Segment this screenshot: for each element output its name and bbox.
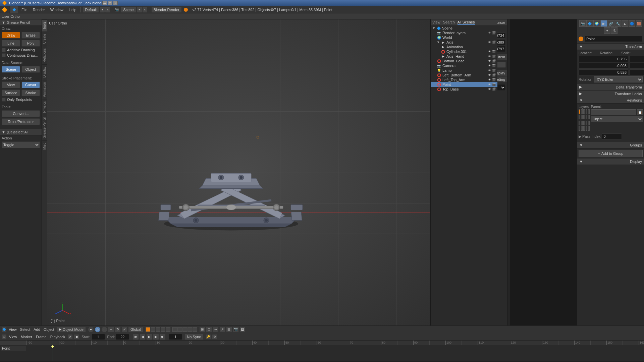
stroke-button[interactable]: Stroke (21, 89, 40, 96)
layer-20[interactable] (588, 126, 590, 131)
layer-4[interactable] (586, 109, 587, 114)
vtab-tools[interactable]: Tools (42, 19, 47, 32)
layer-6[interactable] (579, 115, 580, 119)
outliner-animation[interactable]: ▶ Animation (431, 45, 497, 49)
additive-checkbox[interactable] (2, 48, 6, 52)
layer-btn-6[interactable] (172, 327, 177, 332)
vtab-create[interactable]: Create (42, 32, 47, 46)
menu-file[interactable]: File (19, 6, 30, 13)
texture-mode-btn[interactable]: ○ (101, 326, 107, 333)
timeline-content[interactable]: -30-20-100102030405060708090100110120130… (0, 341, 644, 361)
prop-particle-icon[interactable]: ✦ (604, 27, 610, 34)
layer-1[interactable] (579, 109, 580, 114)
layer-btn-4[interactable] (161, 327, 165, 332)
outliner-axis-hand[interactable]: ▶ Axis_Hand 👁 🎬 (431, 54, 497, 59)
groups-panel-header[interactable]: ▼ Groups (577, 142, 644, 148)
layer-17[interactable] (581, 126, 583, 131)
current-frame-input[interactable] (169, 334, 182, 340)
layer-9[interactable] (586, 115, 587, 119)
global-selector[interactable]: Global (128, 326, 144, 333)
layer-7[interactable] (581, 115, 583, 119)
jump-end-btn[interactable]: ⏭ (160, 334, 166, 340)
prop-texture-icon[interactable]: 🟫 (636, 20, 642, 27)
menu-window[interactable]: Window (48, 6, 66, 13)
vtab-grease-pencil[interactable]: Grease Pencil (42, 115, 47, 140)
delta-transform-header[interactable]: ▶ Delta Transform (577, 84, 644, 90)
rotation-mode-select[interactable]: XYZ Euler (594, 76, 643, 82)
toolbar-view-btn[interactable]: View (7, 327, 18, 331)
menu-render[interactable]: Render (30, 6, 48, 13)
layer-btn-10[interactable] (193, 327, 197, 332)
outliner-camera[interactable]: 📷 Camera 👁 🎬 (431, 63, 497, 68)
prop-physics-icon[interactable]: ⚗ (611, 27, 618, 34)
end-frame-input[interactable] (116, 334, 129, 340)
close-button[interactable]: ✕ (113, 1, 118, 5)
layer-15[interactable] (588, 121, 590, 125)
sync-selector[interactable]: No Sync (184, 334, 203, 340)
layer-btn-2[interactable] (151, 327, 155, 332)
scene-add-btn[interactable]: + (137, 7, 142, 13)
layout-selector[interactable]: Default (83, 7, 99, 13)
prop-modifiers-icon[interactable]: 🔧 (614, 20, 621, 27)
orient-btn[interactable]: ↗ (219, 326, 225, 333)
vtab-relations[interactable]: Relations (42, 46, 47, 64)
outliner-left-top-arm[interactable]: ⭕ Left_Top_Arm 👁 🎬 (431, 77, 497, 82)
render-btn[interactable]: 🖼 (239, 326, 246, 333)
mirror-btn[interactable]: ⇔ (213, 326, 219, 333)
tl-view-btn[interactable]: View (8, 335, 18, 339)
start-frame-input[interactable] (92, 334, 105, 340)
prop-data-icon[interactable]: ▲ (622, 20, 628, 27)
outliner-lamp[interactable]: 💡 Lamp 👁 🎬 (431, 68, 497, 73)
loc-x-input[interactable] (579, 56, 628, 62)
prev-frame-btn[interactable]: ◀ (140, 334, 146, 340)
camera-view-btn[interactable]: 📷 (233, 326, 239, 333)
layer-btn-1[interactable] (146, 327, 150, 332)
layer-18[interactable] (583, 126, 585, 131)
transform-panel-header[interactable]: ▼ Transform (577, 44, 644, 50)
layer-5[interactable] (588, 109, 590, 114)
rotate-btn[interactable]: ↻ (115, 326, 121, 333)
blender-logo[interactable]: 🔶 (0, 6, 9, 13)
wire-mode-btn[interactable]: ◎ (95, 326, 101, 333)
solid-mode-btn[interactable]: ● (88, 326, 94, 333)
layer-3[interactable] (583, 109, 585, 114)
tl-frame-btn[interactable]: Frame (35, 335, 48, 339)
outliner-point[interactable]: ⭕ Point 👁 🎬 (431, 82, 497, 87)
layer-11[interactable] (579, 121, 580, 125)
menu-help[interactable]: Help (66, 6, 79, 13)
tl-playback-btn[interactable]: Playback (49, 335, 67, 339)
layer-2[interactable] (581, 109, 583, 114)
play-btn[interactable]: ▶ (146, 334, 152, 340)
loc-y-input[interactable] (579, 63, 628, 69)
vtab-display[interactable]: Display (42, 64, 47, 80)
add-to-group-button[interactable]: + Add to Group (579, 150, 643, 157)
layer-10[interactable] (588, 115, 590, 119)
poly-button[interactable]: Poly (21, 40, 40, 47)
layer-8[interactable] (583, 115, 585, 119)
vtab-animation[interactable]: Animation (42, 80, 47, 99)
layer-btn-9[interactable] (187, 327, 192, 332)
tl-marker-btn[interactable]: Marker (19, 335, 34, 339)
tl-keying-icon[interactable]: 🔑 (206, 334, 211, 340)
layer-btn-3[interactable] (156, 327, 160, 332)
convert-button[interactable]: Convert... (2, 110, 40, 117)
layout-add-btn[interactable]: + (100, 7, 105, 13)
draw-button[interactable]: Draw (2, 32, 20, 39)
prop-constraints-icon[interactable]: 🔗 (607, 20, 614, 27)
proportional-btn[interactable]: ⊙ (206, 326, 212, 333)
layer-btn-7[interactable] (177, 327, 182, 332)
display-obj-header[interactable]: ▼ Display (577, 159, 644, 165)
scene-button[interactable]: Scene (2, 66, 20, 73)
relations-panel-header[interactable]: ▼ Relations (577, 97, 644, 104)
object-name-input[interactable] (585, 36, 643, 42)
outliner-tab-search[interactable]: Search (443, 20, 455, 25)
layer-19[interactable] (586, 126, 587, 131)
prop-material-icon[interactable]: 🔵 (629, 20, 635, 27)
rot-x-input[interactable] (629, 56, 644, 62)
viewport[interactable]: X Z Y User Ortho (1) Point (47, 19, 435, 325)
outliner-tab-view[interactable]: View (432, 20, 440, 25)
line-button[interactable]: Line (2, 40, 20, 47)
layer-btn-5[interactable] (166, 327, 170, 332)
parent-type-select[interactable]: Object (591, 116, 643, 122)
pass-index-input[interactable] (602, 133, 622, 139)
